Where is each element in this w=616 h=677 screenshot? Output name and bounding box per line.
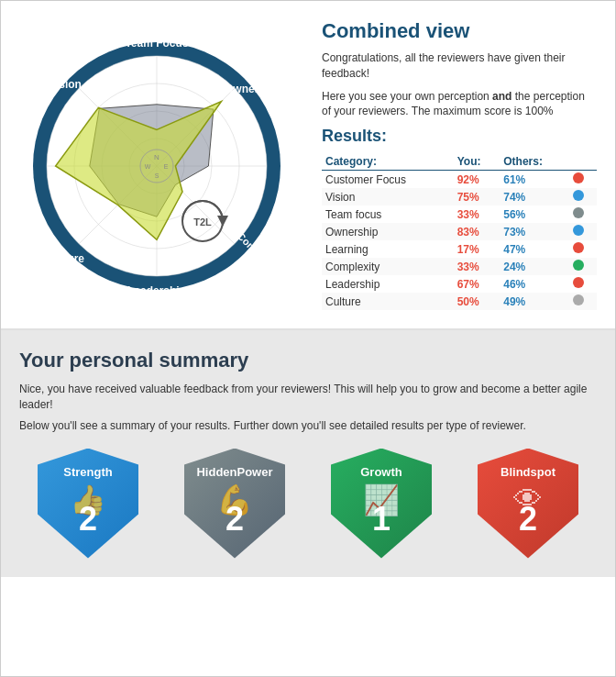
col-others: Others: (500, 153, 569, 171)
badge-item: Blindspot 👁 2 (478, 449, 578, 559)
svg-text:E: E (164, 163, 169, 170)
combined-desc2: Here you see your own perception and the… (322, 89, 597, 120)
cell-category: Customer Focus (322, 171, 454, 189)
desc2-bold: and (492, 90, 512, 103)
svg-text:Team Focus: Team Focus (125, 37, 188, 50)
shield-number: 2 (226, 500, 244, 538)
cell-you: 75% (454, 188, 500, 205)
shield-label: Growth (360, 465, 402, 479)
cell-others: 74% (500, 188, 569, 205)
svg-text:Vision: Vision (49, 78, 82, 91)
summary-desc2: Below you'll see a summary of your resul… (19, 418, 597, 434)
col-category: Category: (322, 153, 454, 171)
results-table: Category: You: Others: Customer Focus 92… (322, 153, 597, 310)
shield-label: Strength (63, 465, 112, 479)
cell-category: Ownership (322, 223, 454, 240)
cell-others: 56% (500, 205, 569, 223)
cell-dot (569, 223, 597, 240)
summary-desc1: Nice, you have received valuable feedbac… (19, 382, 597, 413)
svg-text:S: S (155, 172, 160, 179)
cell-others: 47% (500, 240, 569, 258)
radar-container: T2L Team Focus Ownership Learning Comple… (19, 19, 303, 310)
svg-text:Leadership: Leadership (127, 284, 186, 297)
svg-text:T2L: T2L (193, 216, 212, 228)
combined-desc1: Congratulations, all the reviewers have … (322, 50, 597, 82)
shield-number: 2 (79, 500, 97, 538)
cell-category: Learning (322, 240, 454, 258)
cell-category: Vision (322, 188, 454, 205)
cell-you: 33% (454, 258, 500, 275)
combined-title: Combined view (322, 19, 597, 43)
radar-chart: T2L Team Focus Ownership Learning Comple… (19, 19, 294, 304)
desc2-before: Here you see your own perception (322, 90, 492, 103)
cell-you: 33% (454, 205, 500, 223)
svg-text:W: W (145, 163, 151, 170)
table-row: Team focus 33% 56% (322, 205, 597, 223)
shield: Blindspot 👁 2 (478, 449, 578, 559)
cell-dot (569, 275, 597, 293)
table-row: Learning 17% 47% (322, 240, 597, 258)
svg-text:N: N (154, 153, 160, 161)
cell-category: Leadership (322, 275, 454, 293)
table-row: Culture 50% 49% (322, 293, 597, 310)
badge-item: Strength 👍 2 (38, 449, 138, 559)
cell-dot (569, 240, 597, 258)
svg-text:Ownership: Ownership (225, 83, 281, 95)
shield-number: 2 (519, 500, 537, 538)
shield-label: HiddenPower (196, 465, 272, 479)
badge-item: Growth 📈 1 (331, 449, 432, 559)
col-indicator (569, 153, 597, 171)
cell-dot (569, 293, 597, 310)
cell-you: 50% (454, 293, 500, 310)
svg-text:Culture: Culture (46, 252, 84, 265)
badge-item: HiddenPower 💪 2 (184, 449, 285, 559)
cell-dot (569, 205, 597, 223)
badges-row: Strength 👍 2 HiddenPower 💪 2 Growth 📈 1 … (19, 449, 597, 559)
table-row: Leadership 67% 46% (322, 275, 597, 293)
cell-others: 24% (500, 258, 569, 275)
table-row: Complexity 33% 24% (322, 258, 597, 275)
cell-others: 61% (500, 171, 569, 189)
cell-others: 49% (500, 293, 569, 310)
shield: Strength 👍 2 (38, 449, 138, 559)
bottom-section: Your personal summary Nice, you have rec… (1, 330, 615, 576)
cell-you: 83% (454, 223, 500, 240)
svg-text:Customer Focus: Customer Focus (24, 131, 35, 211)
cell-others: 46% (500, 275, 569, 293)
cell-dot (569, 188, 597, 205)
col-you: You: (454, 153, 500, 171)
top-section: T2L Team Focus Ownership Learning Comple… (1, 1, 615, 330)
right-panel: Combined view Congratulations, all the r… (303, 19, 597, 310)
cell-you: 17% (454, 240, 500, 258)
shield-label: Blindspot (500, 465, 556, 479)
table-row: Customer Focus 92% 61% (322, 171, 597, 189)
cell-you: 67% (454, 275, 500, 293)
results-title: Results: (322, 127, 597, 146)
svg-text:Learning: Learning (278, 157, 291, 204)
shield: HiddenPower 💪 2 (184, 449, 285, 559)
table-row: Vision 75% 74% (322, 188, 597, 205)
shield-number: 1 (372, 500, 390, 538)
cell-others: 73% (500, 223, 569, 240)
cell-dot (569, 171, 597, 189)
cell-category: Team focus (322, 205, 454, 223)
cell-category: Complexity (322, 258, 454, 275)
cell-dot (569, 258, 597, 275)
summary-title: Your personal summary (19, 349, 597, 372)
shield: Growth 📈 1 (331, 449, 432, 559)
table-row: Ownership 83% 73% (322, 223, 597, 240)
cell-category: Culture (322, 293, 454, 310)
cell-you: 92% (454, 171, 500, 189)
